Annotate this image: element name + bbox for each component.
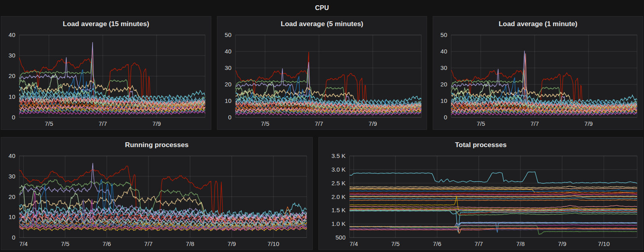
y-tick-label: 0: [444, 114, 447, 121]
x-tick-label: 7/7: [475, 240, 483, 247]
y-tick-label: 20: [8, 73, 15, 80]
x-tick-label: 7/9: [584, 120, 593, 127]
chart-canvas-load-average-5m[interactable]: 010203040507/57/77/9: [217, 30, 427, 129]
series-line: [350, 205, 638, 208]
series-line: [350, 208, 638, 209]
panel-title-load-average-15m[interactable]: Load average (15 minutes): [1, 16, 211, 30]
x-tick-label: 7/8: [186, 240, 194, 247]
y-tick-label: 0: [12, 234, 15, 241]
y-tick-label: 10: [8, 93, 15, 100]
series-line: [350, 196, 638, 197]
x-tick-label: 7/5: [391, 240, 400, 247]
y-tick-label: 20: [225, 81, 231, 88]
x-tick-label: 7/7: [99, 120, 107, 127]
y-tick-label: 10: [441, 97, 448, 104]
chart-canvas-load-average-1m[interactable]: 010203040507/57/77/9: [433, 30, 643, 129]
panel-body: 010203040507/57/77/9: [433, 30, 643, 129]
chart-canvas-running-processes[interactable]: 0102030407/47/57/67/77/87/97/10: [1, 151, 312, 250]
panel-body: 5001.0 K1.5 K2.0 K2.5 K3.0 K3.5 K7/47/57…: [319, 151, 643, 250]
series-line: [350, 195, 638, 195]
series-line: [350, 190, 638, 191]
x-tick-label: 7/8: [516, 240, 525, 247]
y-tick-label: 20: [8, 193, 15, 200]
y-tick-label: 500: [335, 234, 345, 241]
y-tick-label: 10: [225, 97, 231, 104]
y-tick-label: 10: [8, 213, 15, 220]
x-tick-label: 7/10: [598, 240, 610, 247]
x-tick-label: 7/6: [103, 240, 111, 247]
series-line: [350, 198, 638, 199]
x-tick-label: 7/9: [227, 240, 236, 247]
x-tick-label: 7/5: [61, 240, 69, 247]
panel-load-average-5m: Load average (5 minutes) 010203040507/57…: [217, 16, 427, 130]
series-line: [350, 200, 638, 201]
panel-title-load-average-5m[interactable]: Load average (5 minutes): [217, 16, 427, 30]
y-tick-label: 30: [8, 52, 15, 59]
y-tick-label: 3.5 K: [331, 152, 345, 159]
y-tick-label: 0: [12, 114, 15, 121]
series-line: [350, 172, 638, 183]
y-tick-label: 20: [441, 81, 448, 88]
x-tick-label: 7/4: [19, 240, 28, 247]
x-tick-label: 7/9: [153, 120, 161, 127]
panel-body: 010203040507/57/77/9: [217, 30, 427, 129]
series-line: [350, 193, 638, 193]
row-title: CPU: [315, 4, 329, 12]
x-tick-label: 7/9: [558, 240, 566, 247]
chart-canvas-load-average-15m[interactable]: 0102030407/57/77/9: [1, 30, 211, 129]
panel-load-average-1m: Load average (1 minute) 010203040507/57/…: [433, 16, 643, 130]
panel-title-total-processes[interactable]: Total processes: [319, 137, 643, 151]
x-tick-label: 7/4: [349, 240, 358, 247]
panel-total-processes: Total processes 5001.0 K1.5 K2.0 K2.5 K3…: [318, 137, 643, 250]
y-tick-label: 40: [225, 48, 231, 55]
x-tick-label: 7/7: [144, 240, 153, 247]
x-tick-label: 7/10: [268, 240, 279, 247]
x-tick-label: 7/9: [368, 120, 377, 127]
panel-title-running-processes[interactable]: Running processes: [1, 137, 312, 151]
y-tick-label: 50: [441, 31, 448, 38]
panel-body: 0102030407/47/57/67/77/87/97/10: [1, 151, 312, 250]
y-tick-label: 3.0 K: [331, 166, 345, 173]
panel-running-processes: Running processes 0102030407/47/57/67/77…: [1, 137, 313, 250]
y-tick-label: 0: [228, 114, 231, 121]
x-tick-label: 7/5: [261, 120, 269, 127]
y-tick-label: 40: [8, 152, 15, 159]
panel-title-load-average-1m[interactable]: Load average (1 minute): [433, 16, 643, 30]
y-tick-label: 30: [441, 64, 448, 71]
chart-canvas-total-processes[interactable]: 5001.0 K1.5 K2.0 K2.5 K3.0 K3.5 K7/47/57…: [319, 151, 643, 250]
bottom-panel-row: Running processes 0102030407/47/57/67/77…: [1, 137, 643, 250]
y-tick-label: 2.0 K: [331, 193, 345, 200]
y-tick-label: 50: [225, 31, 231, 38]
panel-body: 0102030407/57/77/9: [1, 30, 211, 129]
y-tick-label: 40: [8, 31, 15, 38]
x-tick-label: 7/6: [433, 240, 442, 247]
y-tick-label: 2.5 K: [331, 180, 345, 186]
x-tick-label: 7/5: [45, 120, 53, 127]
y-tick-label: 1.0 K: [331, 220, 345, 227]
series-line: [350, 186, 638, 188]
grafana-dashboard: CPU Load average (15 minutes) 0102030407…: [0, 0, 644, 252]
x-tick-label: 7/7: [315, 120, 323, 127]
y-tick-label: 30: [225, 64, 231, 71]
panel-load-average-15m: Load average (15 minutes) 0102030407/57/…: [1, 16, 211, 130]
y-tick-label: 40: [441, 48, 448, 55]
x-tick-label: 7/7: [530, 120, 539, 127]
series-line: [350, 193, 638, 195]
y-tick-label: 1.5 K: [331, 207, 345, 213]
x-tick-label: 7/5: [477, 120, 485, 127]
y-tick-label: 30: [8, 173, 15, 180]
top-panel-row: Load average (15 minutes) 0102030407/57/…: [1, 16, 643, 130]
row-header-cpu[interactable]: CPU: [1, 0, 643, 16]
